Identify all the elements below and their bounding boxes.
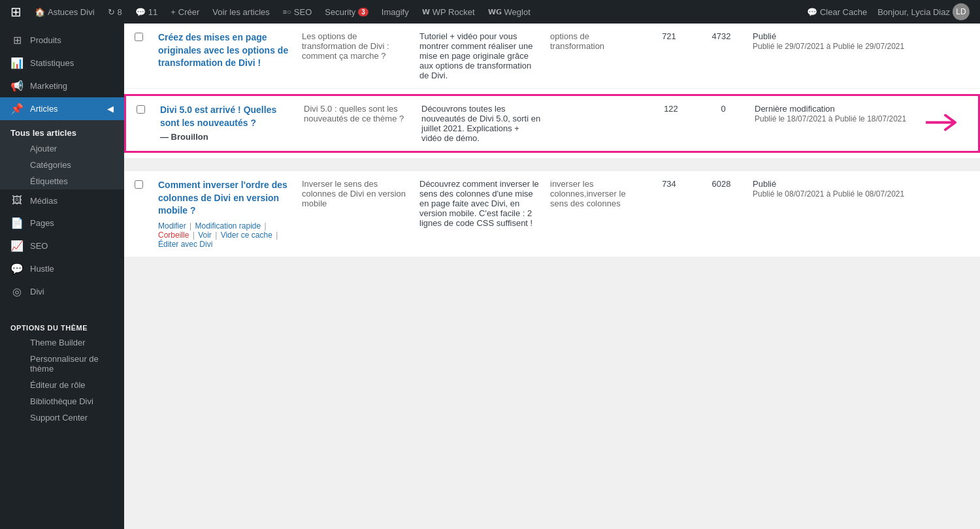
wordpress-icon: ⊞ [10,4,22,20]
post-views-col: 122 [650,104,702,114]
sidebar-sub-ajouter[interactable]: Ajouter [0,140,124,157]
post-excerpt-col: Divi 5.0 : quelles sont les nouveautés d… [304,104,421,123]
post-status-label: Publié [753,179,776,189]
divi-icon: ◎ [10,285,24,298]
post-desc-col: Tutoriel + vidéo pour vous montrer comme… [419,31,550,80]
modification-rapide-link[interactable]: Modification rapide [195,221,261,231]
post-title-col: Créez des mises en page originales avec … [158,31,302,72]
post-date-label: Publié le 08/07/2021 à Publié le 08/07/2… [753,189,904,199]
weglot-button[interactable]: 𝗪𝗚 Weglot [483,0,536,24]
post-comments-col: 6028 [700,179,753,189]
sidebar-item-produits[interactable]: ⊞ Produits [0,29,124,52]
sidebar-sub-editeur-role[interactable]: Éditeur de rôle [0,377,124,393]
voir-link[interactable]: Voir [198,231,212,240]
weglot-icon: 𝗪𝗚 [488,8,502,16]
pages-icon: 📄 [10,217,24,229]
corbeille-link[interactable]: Corbeille [158,231,189,240]
sidebar-sub-theme-builder[interactable]: Theme Builder [0,334,124,351]
wprocket-button[interactable]: 𝗪 WP Rocket [417,0,480,24]
medias-icon: 🖼 [10,195,24,206]
post-status-label: Publié [753,31,776,41]
post-desc-col: Découvrons toutes les nouveautés de Divi… [421,104,552,143]
home-icon: 🏠 [35,7,45,17]
sidebar-item-marketing[interactable]: 📢 Marketing [0,74,124,97]
posts-table: Créez des mises en page originales avec … [124,24,980,257]
row-checkbox-col [137,104,160,116]
comments-icon: 💬 [135,7,146,17]
editer-divi-link[interactable]: Éditer avec Divi [158,240,212,249]
updates-icon: ↻ [108,7,115,17]
security-button[interactable]: Security 3 [319,0,374,24]
sidebar-item-hustle[interactable]: 💬 Hustle [0,257,124,280]
post-actions: Modifier | Modification rapide | Corbeil… [158,221,291,249]
post-title-link[interactable]: Divi 5.0 est arrivé ! Quelles sont les n… [160,104,293,129]
post-status-col: Publié Publié le 29/07/2021 à Publié le … [753,31,970,51]
sidebar-item-statistiques[interactable]: 📊 Statistiques [0,52,124,74]
updates-button[interactable]: ↻ 8 [103,0,127,24]
table-spacer [124,158,980,171]
post-excerpt-col: Les options de transformation de Divi : … [302,31,419,61]
wp-logo-button[interactable]: ⊞ [5,0,27,24]
sidebar-sub-categories[interactable]: Catégories [0,157,124,173]
sidebar: ⊞ Produits 📊 Statistiques 📢 Marketing 📌 … [0,24,124,529]
row-checkbox[interactable] [137,105,145,114]
post-title-col: Comment inverser l'ordre des colonnes de… [158,179,302,249]
sidebar-sub-bibliotheque[interactable]: Bibliothèque Divi [0,393,124,409]
sidebar-item-articles[interactable]: 📌 Articles ◀ [0,97,124,120]
seo-button[interactable]: ≡○ SEO [278,0,318,24]
post-status-col: Publié Publié le 08/07/2021 à Publié le … [753,179,970,199]
user-account-button[interactable]: Bonjour, Lycia Diaz LD [872,0,975,24]
seo-menu-icon: 📈 [10,240,24,252]
post-date-label: Publié le 18/07/2021 à Publié le 18/07/2… [755,114,906,123]
comments-button[interactable]: 💬 11 [130,0,163,24]
clear-cache-button[interactable]: 💬 Clear Cache [802,0,872,24]
sidebar-arrow-icon: ◀ [107,104,114,114]
row-checkbox[interactable] [135,180,143,189]
imagify-button[interactable]: Imagify [376,0,414,24]
seo-icon: ≡○ [283,8,291,16]
sidebar-sub-etiquettes[interactable]: Étiquettes [0,173,124,189]
posts-list: Créez des mises en page originales avec … [124,24,980,257]
post-status-label: Dernière modification [755,104,835,114]
post-comments-col: 4732 [700,31,753,41]
sidebar-item-pages[interactable]: 📄 Pages [0,212,124,234]
row-checkbox-col [135,31,158,43]
sidebar-item-divi[interactable]: ◎ Divi [0,280,124,303]
site-name-button[interactable]: 🏠 Astuces Divi [29,0,100,24]
sidebar-sub-support[interactable]: Support Center [0,409,124,426]
red-arrow-icon [926,109,965,138]
create-button[interactable]: + Créer [165,0,204,24]
post-title-link[interactable]: Comment inverser l'ordre des colonnes de… [158,179,291,217]
options-theme-label: Options du thème [0,313,124,334]
wg-icon: 𝗪 [422,8,430,16]
security-badge: 3 [358,8,368,16]
all-articles-heading: Tous les articles [0,120,124,140]
produits-icon: ⊞ [10,34,24,46]
post-views-col: 734 [648,179,700,189]
sidebar-item-medias[interactable]: 🖼 Médias [0,189,124,212]
post-tags-col: inverser les colonnes,inverser le sens d… [550,179,648,208]
admin-bar: ⊞ 🏠 Astuces Divi ↻ 8 💬 11 + Créer Voir l… [0,0,980,24]
avatar: LD [953,3,970,20]
message-icon: 💬 [807,7,817,17]
post-tags-col: options de transformation [550,31,648,51]
sidebar-item-seo[interactable]: 📈 SEO [0,234,124,257]
table-row: Comment inverser l'ordre des colonnes de… [124,171,980,257]
main-content: Créez des mises en page originales avec … [124,24,980,529]
modifier-link[interactable]: Modifier [158,221,186,231]
table-row: Créez des mises en page originales avec … [124,24,980,89]
vider-cache-link[interactable]: Vider ce cache [221,231,272,240]
marketing-icon: 📢 [10,80,24,92]
main-wrapper: ⊞ Produits 📊 Statistiques 📢 Marketing 📌 … [0,24,980,529]
stats-icon: 📊 [10,57,24,69]
sidebar-sub-personnaliseur[interactable]: Personnaliseur de thème [0,351,124,377]
plus-icon: + [171,7,176,17]
post-desc-col: Découvrez comment inverser le sens des c… [419,179,550,228]
post-draft-label: — Brouillon [160,132,208,142]
table-row-highlighted: Divi 5.0 est arrivé ! Quelles sont les n… [124,94,980,153]
hustle-icon: 💬 [10,263,24,275]
row-checkbox[interactable] [135,33,143,41]
post-title-link[interactable]: Créez des mises en page originales avec … [158,31,291,70]
post-title-col: Divi 5.0 est arrivé ! Quelles sont les n… [160,104,304,142]
view-articles-button[interactable]: Voir les articles [207,0,274,24]
